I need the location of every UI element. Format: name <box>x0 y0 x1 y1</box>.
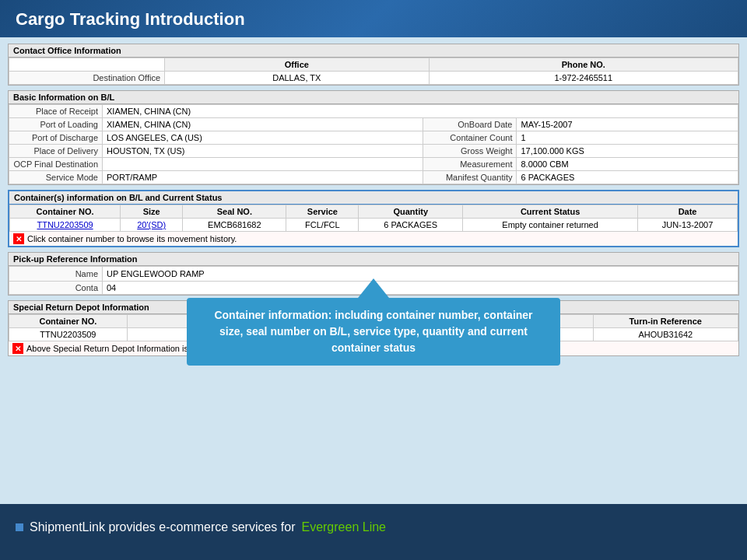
bl-section-header: Basic Information on B/L <box>9 91 738 104</box>
tooltip-arrow <box>358 278 389 298</box>
col-quantity: Quantity <box>359 205 463 219</box>
container-size-value: 20'(SD) <box>121 219 183 232</box>
container-section-header: Container(s) information on B/L and Curr… <box>9 191 738 205</box>
tooltip-container: Container information: including contain… <box>187 278 560 366</box>
pickup-section-header: Pick-up Reference Information <box>9 253 738 266</box>
depot-col-no: Container NO. <box>9 315 128 328</box>
footer-bullet <box>16 523 23 531</box>
bl-label-0: Place of Receipt <box>9 105 103 118</box>
bl-table: Place of Receipt XIAMEN, CHINA (CN) Port… <box>9 104 738 184</box>
footer-text: ShipmentLink provides e-commerce service… <box>30 520 295 534</box>
col-size: Size <box>121 205 183 219</box>
container-table: Container NO. Size Seal NO. Service Quan… <box>9 205 738 232</box>
contact-col-phone: Phone NO. <box>429 58 738 72</box>
container-date-value: JUN-13-2007 <box>638 219 738 232</box>
bl-label2-4: Measurement <box>423 158 517 171</box>
container-note-text: Click container number to browse its mov… <box>27 234 237 243</box>
container-status-value: Empty container returned <box>463 219 638 232</box>
tooltip-box: Container information: including contain… <box>187 298 560 366</box>
bl-row-4: OCP Final Destination Measurement 8.0000… <box>9 158 738 171</box>
pickup-name-label: Name <box>9 267 103 282</box>
bl-row-5: Service Mode PORT/RAMP Manifest Quantity… <box>9 171 738 184</box>
container-data-row: TTNU2203509 20'(SD) EMCB681682 FCL/FCL 6… <box>10 219 738 232</box>
bl-label2-5: Manifest Quantity <box>423 171 517 184</box>
container-seal-value: EMCB681682 <box>183 219 286 232</box>
container-section: Container(s) information on B/L and Curr… <box>8 190 739 247</box>
bl-value2-1: MAY-15-2007 <box>517 118 738 131</box>
bl-label2-1: OnBoard Date <box>423 118 517 131</box>
bl-section: Basic Information on B/L Place of Receip… <box>8 90 739 185</box>
content-area: Contact Office Information Office Phone … <box>0 37 747 504</box>
bl-row-0: Place of Receipt XIAMEN, CHINA (CN) <box>9 105 738 118</box>
bl-value-4 <box>103 158 423 171</box>
depot-error-icon: ✕ <box>12 343 23 354</box>
container-note-row: ✕ Click container number to browse its m… <box>9 232 738 246</box>
bl-value-2: LOS ANGELES, CA (US) <box>103 131 423 145</box>
bl-label-5: Service Mode <box>9 171 103 184</box>
contact-section: Contact Office Information Office Phone … <box>8 44 739 86</box>
container-size-link[interactable]: 20'(SD) <box>137 220 166 229</box>
header: Cargo Tracking Introduction <box>0 0 747 37</box>
container-no-value: TTNU2203509 <box>10 219 121 232</box>
container-service-value: FCL/FCL <box>286 219 359 232</box>
bl-value2-3: 17,100.000 KGS <box>517 145 738 158</box>
bl-value-1: XIAMEN, CHINA (CN) <box>103 118 423 131</box>
bl-label-3: Place of Delivery <box>9 145 103 158</box>
contact-table: Office Phone NO. Destination Office DALL… <box>9 58 738 85</box>
bl-value2-5: 6 PACKAGES <box>517 171 738 184</box>
bl-row-3: Place of Delivery HOUSTON, TX (US) Gross… <box>9 145 738 158</box>
contact-dest-label: Destination Office <box>9 72 165 85</box>
contact-col-office: Office <box>165 58 430 72</box>
bl-value-0: XIAMEN, CHINA (CN) <box>103 105 738 118</box>
depot-ref-value: AHOUB31642 <box>593 328 738 341</box>
col-date: Date <box>638 205 738 219</box>
col-status: Current Status <box>463 205 638 219</box>
contact-office-value: DALLAS, TX <box>165 72 430 85</box>
contact-row: Destination Office DALLAS, TX 1-972-2465… <box>9 72 738 85</box>
bl-label-2: Port of Discharge <box>9 131 103 145</box>
col-seal: Seal NO. <box>183 205 286 219</box>
error-icon: ✕ <box>13 233 24 244</box>
container-qty-value: 6 PACKAGES <box>359 219 463 232</box>
page-title: Cargo Tracking Introduction <box>16 9 245 29</box>
col-container-no: Container NO. <box>10 205 121 219</box>
bl-label2-3: Gross Weight <box>423 145 517 158</box>
container-header-row: Container NO. Size Seal NO. Service Quan… <box>10 205 738 219</box>
bl-value-3: HOUSTON, TX (US) <box>103 145 423 158</box>
bl-label2-2: Container Count <box>423 131 517 145</box>
contact-phone-value: 1-972-2465511 <box>429 72 738 85</box>
pickup-other-label: Conta <box>9 282 103 295</box>
bl-label-4: OCP Final Destination <box>9 158 103 171</box>
bl-label-1: Port of Loading <box>9 118 103 131</box>
bl-value-5: PORT/RAMP <box>103 171 423 184</box>
bl-row-2: Port of Discharge LOS ANGELES, CA (US) C… <box>9 131 738 145</box>
bl-value2-2: 1 <box>517 131 738 145</box>
bl-value2-4: 8.0000 CBM <box>517 158 738 171</box>
container-no-link[interactable]: TTNU2203509 <box>37 220 93 229</box>
contact-section-header: Contact Office Information <box>9 44 738 58</box>
col-service: Service <box>286 205 359 219</box>
footer: ShipmentLink provides e-commerce service… <box>0 504 747 551</box>
bl-row-1: Port of Loading XIAMEN, CHINA (CN) OnBoa… <box>9 118 738 131</box>
footer-link[interactable]: Evergreen Line <box>301 520 386 534</box>
depot-col-ref: Turn-in Reference <box>593 315 738 328</box>
depot-no-value: TTNU2203509 <box>9 328 128 341</box>
